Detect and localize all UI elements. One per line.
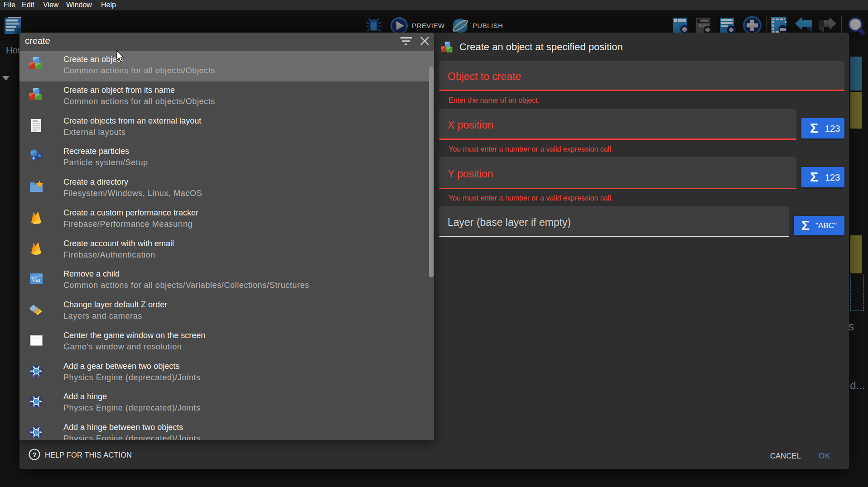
svg-text:?: ? bbox=[32, 451, 36, 458]
